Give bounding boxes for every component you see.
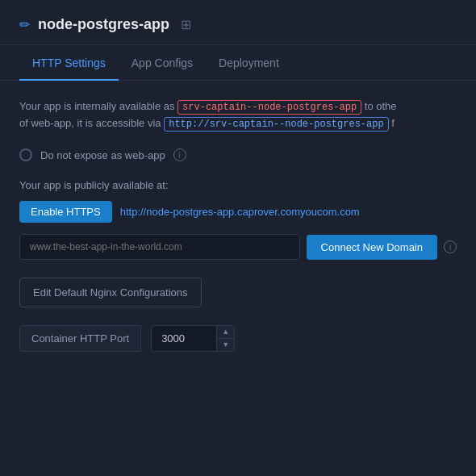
main-content: Your app is internally available as srv-… [0,81,476,476]
desc-line1-suffix: to othe [365,100,397,112]
domain-info-icon[interactable]: i [444,240,457,253]
radio-button[interactable] [19,148,32,161]
port-input[interactable] [152,326,216,351]
no-expose-option: Do not expose as web-app i [19,148,457,161]
public-url-link[interactable]: http://node-postgres-app.caprover.comyou… [120,206,360,218]
connect-domain-button[interactable]: Connect New Domain [307,235,437,260]
app-title: node-postgres-app [38,16,169,33]
tab-deployment[interactable]: Deployment [206,45,292,81]
edit-nginx-button[interactable]: Edit Default Nginx Configurations [19,278,202,307]
domain-input[interactable] [19,234,300,260]
public-section-label: Your app is publicly available at: [19,179,457,191]
internal-service-tag: srv-captain--node-postgres-app [177,100,361,115]
desc-line2-prefix: of web-app, it is accessible via [19,117,161,129]
book-icon[interactable]: ⊞ [181,17,191,32]
app-container: ✏ node-postgres-app ⊞ HTTP Settings App … [0,0,476,476]
port-increment-button[interactable]: ▲ [217,326,234,339]
url-row: Enable HTTPS http://node-postgres-app.ca… [19,201,457,223]
desc-line1-prefix: Your app is internally available as [19,100,174,112]
radio-info-icon[interactable]: i [173,148,186,161]
port-input-group: ▲ ▼ [151,325,235,352]
domain-row: Connect New Domain i [19,234,457,260]
desc-line2-suffix: f [391,117,395,129]
edit-icon: ✏ [19,17,30,32]
port-spinners: ▲ ▼ [216,326,234,351]
tab-app-configs[interactable]: App Configs [119,45,206,81]
radio-label: Do not expose as web-app [40,149,165,161]
header: ✏ node-postgres-app ⊞ [0,0,476,45]
port-label: Container HTTP Port [19,325,141,352]
internal-url-tag: http://srv-captain--node-postgres-app [164,117,388,132]
nginx-button-wrapper: Edit Default Nginx Configurations [19,278,457,325]
tab-http-settings[interactable]: HTTP Settings [19,45,119,81]
description-block: Your app is internally available as srv-… [19,98,457,132]
port-decrement-button[interactable]: ▼ [217,339,234,351]
port-row: Container HTTP Port ▲ ▼ [19,325,457,352]
enable-https-button[interactable]: Enable HTTPS [19,201,112,223]
tabs-bar: HTTP Settings App Configs Deployment [0,45,476,81]
